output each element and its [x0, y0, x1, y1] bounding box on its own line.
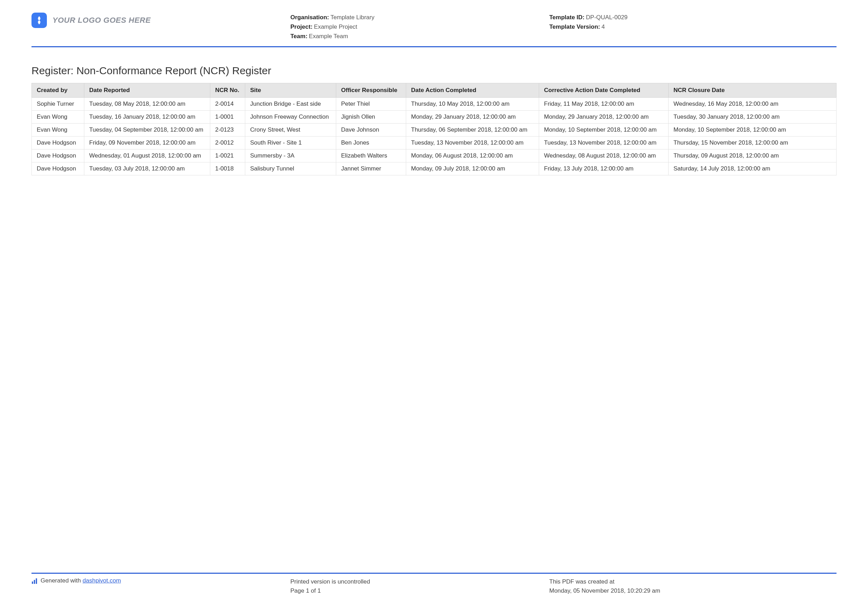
table-cell: Evan Wong [32, 123, 84, 136]
table-row: Dave HodgsonWednesday, 01 August 2018, 1… [32, 149, 837, 162]
footer-left: Generated with dashpivot.com [31, 577, 290, 595]
page-title: Register: Non-Conformance Report (NCR) R… [31, 65, 837, 77]
header-meta-right: Template ID:DP-QUAL-0029 Template Versio… [549, 12, 837, 31]
table-cell: Thursday, 06 September 2018, 12:00:00 am [406, 123, 539, 136]
table-cell: Monday, 06 August 2018, 12:00:00 am [406, 149, 539, 162]
team-label: Team: [290, 33, 307, 40]
table-cell: Monday, 10 September 2018, 12:00:00 am [669, 123, 837, 136]
table-cell: Junction Bridge - East side [245, 97, 336, 110]
col-header-corrective-date: Corrective Action Date Completed [539, 83, 669, 97]
logo-block: YOUR LOGO GOES HERE [31, 12, 290, 28]
table-cell: Jannet Simmer [336, 162, 406, 175]
table-cell: Salisbury Tunnel [245, 162, 336, 175]
table-cell: Thursday, 15 November 2018, 12:00:00 am [669, 136, 837, 149]
footer-right: This PDF was created at Monday, 05 Novem… [549, 577, 837, 595]
col-header-officer: Officer Responsible [336, 83, 406, 97]
footer-middle: Printed version is uncontrolled Page 1 o… [290, 577, 549, 595]
template-version-value: 4 [601, 23, 604, 30]
document-header: YOUR LOGO GOES HERE Organisation:Templat… [31, 12, 837, 47]
table-cell: 2-0012 [210, 136, 245, 149]
table-cell: Sophie Turner [32, 97, 84, 110]
generated-prefix: Generated with [40, 577, 82, 584]
table-cell: Thursday, 10 May 2018, 12:00:00 am [406, 97, 539, 110]
table-cell: Dave Hodgson [32, 136, 84, 149]
created-timestamp: Monday, 05 November 2018, 10:20:29 am [549, 586, 837, 595]
table-cell: Ben Jones [336, 136, 406, 149]
table-cell: Wednesday, 16 May 2018, 12:00:00 am [669, 97, 837, 110]
team-value: Example Team [309, 33, 348, 40]
table-header-row: Created by Date Reported NCR No. Site Of… [32, 83, 837, 97]
template-id-value: DP-QUAL-0029 [586, 14, 628, 21]
table-cell: Saturday, 14 July 2018, 12:00:00 am [669, 162, 837, 175]
table-row: Sophie TurnerTuesday, 08 May 2018, 12:00… [32, 97, 837, 110]
col-header-date-action: Date Action Completed [406, 83, 539, 97]
brand-logo-icon [31, 12, 47, 28]
table-cell: 1-0021 [210, 149, 245, 162]
table-cell: Peter Thiel [336, 97, 406, 110]
table-cell: Summersby - 3A [245, 149, 336, 162]
table-cell: Monday, 29 January 2018, 12:00:00 am [539, 110, 669, 123]
table-cell: Tuesday, 30 January 2018, 12:00:00 am [669, 110, 837, 123]
table-cell: Elizabeth Walters [336, 149, 406, 162]
document-footer: Generated with dashpivot.com Printed ver… [31, 573, 837, 595]
org-label: Organisation: [290, 14, 329, 21]
svg-rect-2 [36, 578, 37, 584]
page-count: Page 1 of 1 [290, 586, 549, 595]
table-cell: Monday, 09 July 2018, 12:00:00 am [406, 162, 539, 175]
table-cell: Friday, 13 July 2018, 12:00:00 am [539, 162, 669, 175]
logo-placeholder-text: YOUR LOGO GOES HERE [53, 16, 151, 25]
col-header-closure-date: NCR Closure Date [669, 83, 837, 97]
table-cell: Jignish Ollen [336, 110, 406, 123]
table-cell: Wednesday, 01 August 2018, 12:00:00 am [84, 149, 210, 162]
table-cell: Dave Johnson [336, 123, 406, 136]
chart-bar-icon [31, 577, 38, 584]
template-version-label: Template Version: [549, 23, 600, 30]
table-row: Evan WongTuesday, 04 September 2018, 12:… [32, 123, 837, 136]
table-cell: Dave Hodgson [32, 149, 84, 162]
dashpivot-link[interactable]: dashpivot.com [82, 577, 121, 584]
table-cell: 1-0001 [210, 110, 245, 123]
uncontrolled-text: Printed version is uncontrolled [290, 577, 549, 586]
org-value: Template Library [331, 14, 375, 21]
project-label: Project: [290, 23, 312, 30]
table-cell: Monday, 29 January 2018, 12:00:00 am [406, 110, 539, 123]
table-cell: Crony Street, West [245, 123, 336, 136]
created-label: This PDF was created at [549, 577, 837, 586]
table-row: Dave HodgsonFriday, 09 November 2018, 12… [32, 136, 837, 149]
table-cell: Evan Wong [32, 110, 84, 123]
table-cell: Friday, 09 November 2018, 12:00:00 am [84, 136, 210, 149]
col-header-created-by: Created by [32, 83, 84, 97]
svg-rect-1 [34, 580, 35, 583]
col-header-ncr-no: NCR No. [210, 83, 245, 97]
table-cell: Tuesday, 13 November 2018, 12:00:00 am [539, 136, 669, 149]
col-header-date-reported: Date Reported [84, 83, 210, 97]
table-row: Dave HodgsonTuesday, 03 July 2018, 12:00… [32, 162, 837, 175]
table-row: Evan WongTuesday, 16 January 2018, 12:00… [32, 110, 837, 123]
table-cell: Dave Hodgson [32, 162, 84, 175]
table-cell: 1-0018 [210, 162, 245, 175]
table-cell: Johnson Freeway Connection [245, 110, 336, 123]
svg-rect-0 [32, 581, 33, 584]
table-cell: Tuesday, 04 September 2018, 12:00:00 am [84, 123, 210, 136]
project-value: Example Project [314, 23, 357, 30]
table-cell: 2-0014 [210, 97, 245, 110]
col-header-site: Site [245, 83, 336, 97]
table-cell: Wednesday, 08 August 2018, 12:00:00 am [539, 149, 669, 162]
table-cell: Monday, 10 September 2018, 12:00:00 am [539, 123, 669, 136]
ncr-register-table: Created by Date Reported NCR No. Site Of… [31, 83, 837, 176]
template-id-label: Template ID: [549, 14, 584, 21]
table-cell: Tuesday, 08 May 2018, 12:00:00 am [84, 97, 210, 110]
table-cell: South River - Site 1 [245, 136, 336, 149]
table-cell: Thursday, 09 August 2018, 12:00:00 am [669, 149, 837, 162]
header-meta-left: Organisation:Template Library Project:Ex… [290, 12, 549, 41]
table-cell: Tuesday, 13 November 2018, 12:00:00 am [406, 136, 539, 149]
table-cell: Tuesday, 16 January 2018, 12:00:00 am [84, 110, 210, 123]
table-cell: 2-0123 [210, 123, 245, 136]
table-cell: Tuesday, 03 July 2018, 12:00:00 am [84, 162, 210, 175]
table-cell: Friday, 11 May 2018, 12:00:00 am [539, 97, 669, 110]
